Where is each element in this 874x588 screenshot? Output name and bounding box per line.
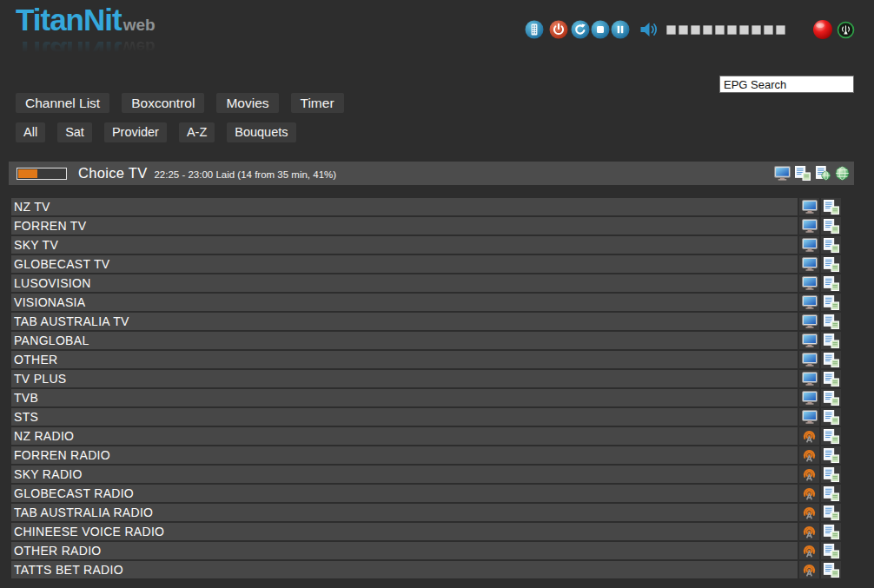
channel-type-cell[interactable]: [799, 466, 819, 483]
channel-type-cell[interactable]: [799, 542, 819, 559]
channel-name[interactable]: SKY RADIO: [11, 466, 798, 483]
screenshot-button[interactable]: [774, 166, 791, 181]
channel-type-cell[interactable]: [799, 561, 819, 578]
volume-segment[interactable]: [691, 25, 700, 35]
nav-movies[interactable]: Movies: [216, 93, 278, 113]
channel-epg-cell[interactable]: [821, 351, 841, 368]
channel-name[interactable]: OTHER: [11, 351, 798, 368]
channel-epg-cell[interactable]: [821, 255, 841, 273]
reboot-button[interactable]: [571, 20, 590, 39]
channel-name[interactable]: NZ TV: [11, 198, 798, 215]
stop-button[interactable]: [591, 20, 610, 39]
epg-button[interactable]: [795, 166, 811, 181]
channel-name[interactable]: PANGLOBAL: [11, 332, 798, 349]
channel-epg-cell[interactable]: [821, 294, 841, 311]
filter-provider[interactable]: Provider: [104, 122, 167, 142]
channel-type-cell[interactable]: [799, 485, 819, 502]
channel-epg-cell[interactable]: [821, 332, 841, 349]
channel-epg-cell[interactable]: [821, 313, 841, 330]
epg-search-input[interactable]: [719, 76, 854, 93]
stream-button[interactable]: [837, 21, 855, 39]
power-button[interactable]: [549, 20, 568, 39]
channel-name[interactable]: TV PLUS: [11, 370, 798, 387]
channel-epg-cell[interactable]: [821, 485, 841, 502]
tv-icon: [802, 200, 818, 214]
pause-button[interactable]: [611, 20, 630, 39]
volume-segment[interactable]: [776, 25, 785, 35]
epg-pages-icon: [824, 429, 839, 444]
channel-type-cell[interactable]: [799, 198, 819, 215]
volume-segment[interactable]: [715, 25, 725, 35]
channel-epg-cell[interactable]: [821, 504, 841, 521]
remote-control-button[interactable]: [525, 20, 544, 39]
filter-a-z[interactable]: A-Z: [179, 122, 215, 142]
volume-segment[interactable]: [703, 25, 712, 35]
channel-epg-cell[interactable]: [821, 408, 841, 426]
record-indicator: [812, 19, 833, 40]
channel-name[interactable]: FORREN TV: [11, 217, 798, 235]
channel-epg-cell[interactable]: [821, 561, 841, 578]
volume-segment[interactable]: [764, 25, 773, 35]
channel-epg-cell[interactable]: [821, 217, 841, 235]
filter-sat[interactable]: Sat: [57, 122, 92, 142]
nav-boxcontrol[interactable]: Boxcontrol: [122, 93, 204, 113]
channel-name[interactable]: CHINEESE VOICE RADIO: [11, 523, 798, 540]
channel-type-cell[interactable]: [799, 294, 819, 311]
volume-segment[interactable]: [666, 25, 676, 35]
channel-type-cell[interactable]: [799, 389, 819, 406]
channel-type-cell[interactable]: [799, 236, 819, 254]
channel-name[interactable]: GLOBECAST RADIO: [11, 485, 798, 502]
channel-name[interactable]: TATTS BET RADIO: [11, 561, 798, 578]
channel-epg-cell[interactable]: [821, 389, 841, 406]
channel-name[interactable]: STS: [11, 408, 798, 426]
nav-channel-list[interactable]: Channel List: [16, 93, 109, 113]
channel-name[interactable]: NZ RADIO: [11, 427, 798, 445]
channel-type-cell[interactable]: [799, 217, 819, 235]
epg-web-button[interactable]: [815, 166, 831, 181]
channel-name[interactable]: LUSOVISION: [11, 274, 798, 292]
channel-name[interactable]: VISIONASIA: [11, 294, 798, 311]
channel-type-cell[interactable]: [799, 351, 819, 368]
channel-type-cell[interactable]: [799, 427, 819, 445]
channel-type-cell[interactable]: [799, 370, 819, 387]
volume-segment[interactable]: [727, 25, 737, 35]
volume-level-bar[interactable]: [666, 25, 788, 35]
channel-epg-cell[interactable]: [821, 466, 841, 483]
channel-epg-cell[interactable]: [821, 370, 841, 387]
channel-name[interactable]: TVB: [11, 389, 798, 406]
web-button[interactable]: [835, 166, 850, 181]
volume-segment[interactable]: [679, 25, 688, 35]
channel-type-cell[interactable]: [799, 504, 819, 521]
channel-name[interactable]: FORREN RADIO: [11, 446, 798, 464]
channel-type-cell[interactable]: [799, 313, 819, 330]
mute-button[interactable]: [639, 19, 661, 40]
channel-epg-cell[interactable]: [821, 274, 841, 292]
radio-icon: [802, 486, 817, 501]
volume-segment[interactable]: [752, 25, 761, 35]
channel-epg-cell[interactable]: [821, 427, 841, 445]
channel-type-cell[interactable]: [799, 408, 819, 426]
channel-epg-cell[interactable]: [821, 198, 841, 215]
channel-row: TV PLUS: [11, 370, 841, 387]
pause-icon: [611, 20, 630, 39]
filter-bouquets[interactable]: Bouquets: [227, 122, 295, 142]
channel-name[interactable]: TAB AUSTRALIA RADIO: [11, 504, 798, 521]
channel-type-cell[interactable]: [799, 255, 819, 273]
nav-timer[interactable]: Timer: [291, 93, 344, 113]
radio-icon: [802, 563, 817, 578]
channel-name[interactable]: GLOBECAST TV: [11, 255, 798, 273]
channel-type-cell[interactable]: [799, 274, 819, 292]
channel-epg-cell[interactable]: [821, 523, 841, 540]
volume-segment[interactable]: [739, 25, 749, 35]
channel-epg-cell[interactable]: [821, 236, 841, 254]
epg-pages-icon: [824, 219, 839, 234]
channel-type-cell[interactable]: [799, 523, 819, 540]
filter-all[interactable]: All: [16, 122, 45, 142]
channel-type-cell[interactable]: [799, 446, 819, 464]
channel-name[interactable]: SKY TV: [11, 236, 798, 254]
channel-name[interactable]: OTHER RADIO: [11, 542, 798, 559]
channel-type-cell[interactable]: [799, 332, 819, 349]
channel-epg-cell[interactable]: [821, 446, 841, 464]
channel-name[interactable]: TAB AUSTRALIA TV: [11, 313, 798, 330]
channel-epg-cell[interactable]: [821, 542, 841, 559]
